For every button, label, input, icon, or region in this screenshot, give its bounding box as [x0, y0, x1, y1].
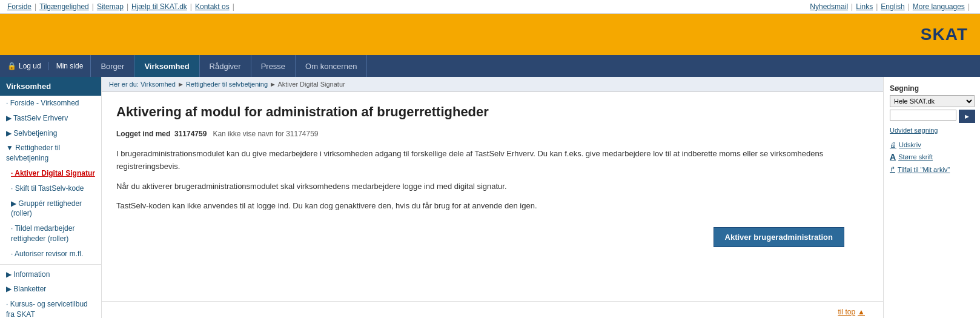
right-sidebar: Søgning Hele SKAT.dk ► Udvidet søgning 🖨…: [883, 77, 980, 318]
content-paragraph-3: TastSelv-koden kan ikke anvendes til at …: [116, 200, 869, 213]
add-archive-icon: ↱: [890, 165, 895, 173]
top-nav: Forside | Tilgængelighed | Sitemap | Hjæ…: [0, 0, 980, 14]
sec-nav-raadgiver[interactable]: Rådgiver: [200, 55, 251, 77]
activate-btn-row: Aktiver brugeradministration: [116, 227, 869, 247]
sec-nav-presse[interactable]: Presse: [251, 55, 296, 77]
content-main: Aktivering af modul for administration a…: [102, 92, 883, 301]
to-top-label: til top: [838, 308, 855, 316]
content-paragraph-1: I brugeradministrationsmodulet kan du gi…: [116, 148, 869, 173]
lock-icon: 🔒: [7, 62, 16, 70]
min-side-link[interactable]: Min side: [49, 55, 91, 77]
to-top-bar: til top ▲: [102, 301, 883, 318]
sidebar-item-tildel[interactable]: · Tildel medarbejder rettigheder (roller…: [0, 221, 101, 247]
sec-nav-borger[interactable]: Borger: [91, 55, 134, 77]
font-size-icon: A: [890, 152, 896, 162]
nav-hjaelp[interactable]: Hjælp til SKAT.dk: [131, 2, 187, 11]
right-sidebar-actions: 🖨 Udskriv A Større skrift ↱ Tilføj til "…: [890, 141, 974, 173]
secondary-nav: 🔒 Log ud Min side Borger Virksomhed Rådg…: [0, 55, 980, 77]
print-link[interactable]: 🖨 Udskriv: [890, 141, 974, 148]
sidebar-item-information[interactable]: ▶ Information: [0, 267, 101, 282]
activate-button[interactable]: Aktiver brugeradministration: [713, 227, 844, 247]
sidebar-item-selvbetjening[interactable]: ▶ Selvbetjening: [0, 126, 101, 141]
top-nav-right: Nyhedsmail | Links | English | More lang…: [810, 2, 973, 11]
search-label: Søgning: [890, 84, 974, 93]
sidebar-item-kursus[interactable]: · Kursus- og servicetilbud fra SKAT: [0, 297, 101, 318]
advanced-search-link[interactable]: Udvidet søgning: [890, 127, 974, 134]
sidebar-item-digital-signatur[interactable]: · Aktiver Digital Signatur: [0, 166, 101, 181]
sec-nav-virksomhed[interactable]: Virksomhed: [134, 55, 199, 77]
nav-links[interactable]: Links: [856, 2, 873, 11]
logged-in-bar: Logget ind med 31174759 Kan ikke vise na…: [116, 130, 869, 138]
breadcrumb-rettigheder[interactable]: Rettigheder til selvbetjening: [186, 81, 268, 88]
to-top-link[interactable]: til top ▲: [838, 308, 865, 316]
add-to-archive-link[interactable]: ↱ Tilføj til "Mit arkiv": [890, 165, 974, 173]
sec-nav-items: Borger Virksomhed Rådgiver Presse Om kon…: [91, 55, 367, 77]
larger-font-link[interactable]: A Større skrift: [890, 152, 974, 162]
main-layout: Virksomhed · Forside - Virksomhed ▶ Tast…: [0, 77, 980, 318]
nav-english[interactable]: English: [881, 2, 904, 11]
search-go-button[interactable]: ►: [959, 110, 975, 123]
sidebar-item-skift[interactable]: · Skift til TastSelv-kode: [0, 181, 101, 196]
nav-kontakt[interactable]: Kontakt os: [195, 2, 230, 11]
content-paragraph-2: Når du aktiverer brugeradministrationsmo…: [116, 181, 869, 193]
content-wrapper: Her er du: Virksomhed ► Rettigheder til …: [102, 77, 980, 318]
print-icon: 🖨: [890, 141, 896, 148]
header-banner: SKAT: [0, 14, 980, 55]
nav-tilgaengelighed[interactable]: Tilgængelighed: [39, 2, 89, 11]
sidebar-item-tastselv[interactable]: ▶ TastSelv Erhverv: [0, 111, 101, 126]
sidebar-item-rettigheder[interactable]: ▼ Rettigheder til selvbetjening: [0, 141, 101, 166]
sidebar-item-blanketter[interactable]: ▶ Blanketter: [0, 282, 101, 297]
breadcrumb-current: Aktiver Digital Signatur: [277, 81, 345, 88]
top-nav-left: Forside | Tilgængelighed | Sitemap | Hjæ…: [7, 2, 237, 11]
breadcrumb-virksomhed[interactable]: Her er du: Virksomhed: [109, 81, 176, 88]
breadcrumb: Her er du: Virksomhed ► Rettigheder til …: [102, 77, 883, 92]
search-select[interactable]: Hele SKAT.dk: [890, 95, 975, 107]
sidebar-item-forside[interactable]: · Forside - Virksomhed: [0, 96, 101, 111]
log-ud-button[interactable]: 🔒 Log ud: [0, 62, 49, 70]
sidebar-item-grupper[interactable]: ▶ Gruppér rettigheder (roller): [0, 196, 101, 222]
to-top-arrow-icon: ▲: [858, 308, 865, 316]
sec-nav-om-koncernen[interactable]: Om koncernen: [296, 55, 367, 77]
page-title: Aktivering af modul for administration a…: [116, 104, 869, 120]
search-input[interactable]: [890, 110, 956, 121]
sidebar-header: Virksomhed: [0, 77, 101, 96]
sidebar-divider: [0, 264, 101, 265]
nav-forside[interactable]: Forside: [7, 2, 31, 11]
sidebar-item-autoriser[interactable]: · Autoriser revisor m.fl.: [0, 247, 101, 262]
nav-more-languages[interactable]: More languages: [913, 2, 965, 11]
nav-sitemap[interactable]: Sitemap: [97, 2, 124, 11]
content-column: Her er du: Virksomhed ► Rettigheder til …: [102, 77, 883, 318]
sidebar: Virksomhed · Forside - Virksomhed ▶ Tast…: [0, 77, 102, 318]
skat-logo: SKAT: [921, 25, 968, 44]
nav-nyhedsmail[interactable]: Nyhedsmail: [810, 2, 848, 11]
